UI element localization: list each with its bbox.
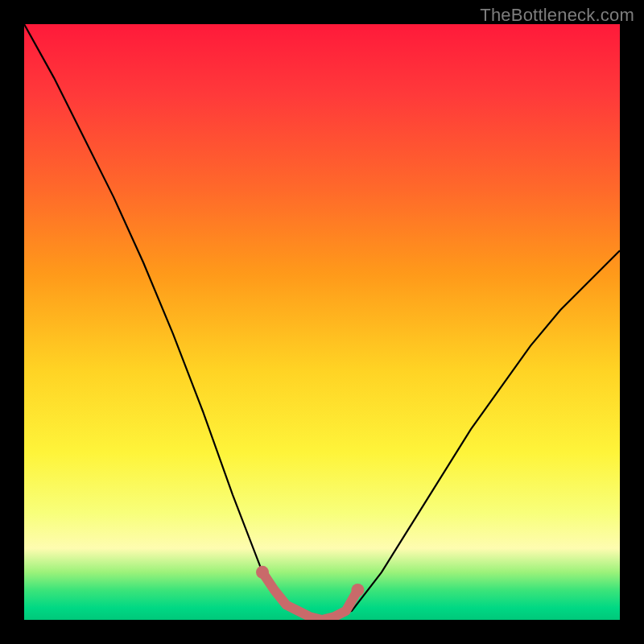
trough-band	[262, 572, 357, 620]
plot-area	[24, 24, 620, 620]
trough-marker-dot	[351, 584, 364, 597]
bottleneck-curve	[24, 24, 620, 620]
chart-stage: TheBottleneck.com	[0, 0, 644, 644]
watermark-text: TheBottleneck.com	[480, 5, 634, 26]
trough-marker-dot	[256, 566, 269, 579]
curve-layer	[24, 24, 620, 620]
